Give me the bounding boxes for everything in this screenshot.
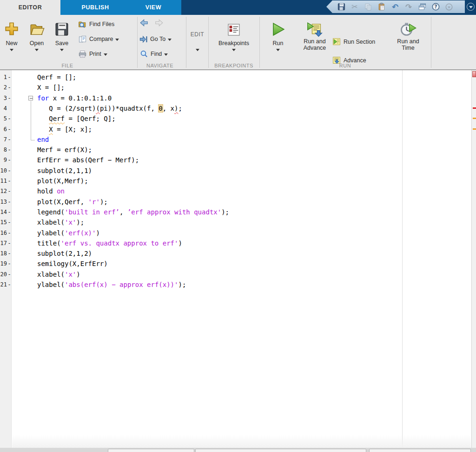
message-indicator-box[interactable] — [472, 71, 476, 77]
code-token: ylabel( — [37, 281, 65, 288]
print-dropdown-arrow[interactable] — [104, 53, 107, 56]
string-token: 'r' — [88, 198, 100, 206]
code-line[interactable]: Qerf = []; — [0, 72, 466, 82]
code-token: xlabel( — [37, 219, 65, 226]
breakpoints-button[interactable]: Breakpoints — [218, 17, 250, 62]
help-icon[interactable]: ? — [431, 2, 440, 12]
save-button[interactable]: Save — [49, 17, 74, 62]
code-token: ); — [76, 219, 84, 226]
paste-icon[interactable] — [377, 2, 386, 12]
code-line[interactable]: subplot(2,1,1) — [0, 166, 466, 176]
code-token: = [Qerf; Q]; — [65, 115, 116, 122]
code-token: xlabel( — [37, 271, 65, 278]
edit-section-button[interactable]: EDIT — [186, 15, 208, 67]
fold-guide-corner — [31, 140, 35, 140]
code-token: ) — [178, 239, 182, 247]
find-button[interactable]: Find — [140, 49, 168, 59]
code-line[interactable]: ErfErr = abs(Qerf − Merf); — [0, 155, 466, 165]
code-fold-toggle-icon[interactable] — [28, 96, 33, 100]
breakpoints-dropdown-arrow[interactable] — [232, 49, 236, 51]
string-token: 'abs(erf(x) − approx erf(x))' — [65, 281, 178, 288]
find-label: Find — [151, 51, 162, 57]
breakpoints-label: Breakpoints — [218, 40, 249, 47]
open-dropdown-arrow[interactable] — [35, 49, 39, 51]
code-line[interactable]: ylabel('abs(erf(x) − approx erf(x))'); — [0, 279, 466, 290]
code-token: ErfErr = abs(Qerf − Merf); — [37, 156, 139, 164]
code-line[interactable]: plot(X,Merf); — [0, 176, 466, 186]
forward-button[interactable] — [154, 18, 164, 29]
code-line[interactable]: hold on — [0, 186, 466, 196]
run-and-advance-button[interactable]: Run and Advance — [300, 17, 329, 62]
code-editor[interactable]: 1-2-3-45-6-7-8-9-10-11-12-13-14-15-16-17… — [0, 70, 476, 448]
tab-editor[interactable]: EDITOR — [0, 0, 60, 15]
breakpoints-icon — [226, 17, 241, 37]
save-icon[interactable] — [337, 2, 346, 12]
run-section-button[interactable]: Run Section — [332, 37, 375, 47]
tab-publish[interactable]: PUBLISH — [70, 0, 121, 15]
code-token: plot(X,Merf); — [37, 177, 88, 185]
code-line[interactable]: xlabel('x') — [0, 269, 466, 279]
code-line[interactable]: Q = (2/sqrt)(pi))*quadtx(f, 0, x); — [0, 103, 466, 113]
new-button[interactable]: New — [0, 17, 24, 62]
code-token: hold — [37, 187, 57, 195]
error-mark[interactable] — [473, 107, 476, 109]
code-line[interactable]: for x = 0.1:0.1:1.0 — [0, 93, 466, 103]
warning-mark[interactable] — [473, 118, 476, 119]
open-button[interactable]: Open — [24, 17, 49, 62]
undo-icon[interactable]: ↶ — [390, 2, 400, 12]
warning-mark[interactable] — [473, 128, 476, 130]
redo-icon[interactable]: ↷ — [404, 2, 413, 12]
code-line[interactable]: X = [X; x]; — [0, 124, 466, 134]
windows-icon[interactable] — [417, 2, 427, 12]
goto-button[interactable]: Go To — [139, 34, 172, 44]
save-floppy-icon — [54, 17, 70, 37]
tab-view[interactable]: VIEW — [132, 0, 174, 15]
run-and-advance-label-1: Run and — [304, 38, 325, 45]
new-dropdown-arrow[interactable] — [10, 49, 13, 51]
code-token — [37, 126, 49, 133]
find-dropdown-arrow[interactable] — [164, 53, 168, 56]
code-area[interactable]: Qerf = [];X = [];for x = 0.1:0.1:1.0 Q =… — [0, 70, 471, 448]
file-section-label: FILE — [33, 63, 102, 69]
print-button[interactable]: Print — [78, 49, 107, 59]
compare-dropdown-arrow[interactable] — [115, 39, 119, 41]
code-line[interactable]: xlabel('x'); — [0, 217, 466, 227]
edit-dropdown-arrow[interactable] — [196, 49, 199, 51]
code-line[interactable]: ylabel('erf(x)') — [0, 228, 466, 238]
compare-button[interactable]: Compare — [78, 34, 119, 44]
open-folder-icon — [28, 17, 45, 37]
code-line[interactable]: X = []; — [0, 82, 466, 93]
code-token: Merf = erf(X); — [37, 146, 92, 153]
code-token: , x — [163, 105, 174, 112]
code-line[interactable]: title('erf vs. quadtx approx to erf') — [0, 238, 466, 248]
goto-dropdown-arrow[interactable] — [168, 39, 172, 41]
string-token: on — [57, 187, 65, 195]
code-line[interactable]: plot(X,Qerf, 'r'); — [0, 197, 466, 207]
back-button[interactable] — [139, 18, 149, 29]
window-dropdown-icon[interactable] — [467, 3, 475, 11]
run-section-label: RUN — [259, 63, 431, 69]
dropdown-icon[interactable] — [444, 2, 454, 12]
copy-icon[interactable] — [364, 2, 373, 12]
save-dropdown-arrow[interactable] — [60, 49, 64, 51]
run-button[interactable]: Run — [265, 17, 291, 62]
run-dropdown-arrow[interactable] — [276, 49, 280, 51]
message-annotation-bar[interactable] — [471, 70, 476, 448]
forward-arrow-icon — [154, 18, 164, 27]
section-divider — [431, 17, 431, 68]
code-line[interactable]: semilogy(X,ErfErr) — [0, 259, 466, 269]
keyword-token: end — [37, 136, 49, 143]
code-token: subplot(2,1,1) — [37, 167, 92, 174]
code-line[interactable]: legend('built in erf’, ’erf approx with … — [0, 207, 466, 217]
code-token: = [X; x]; — [53, 126, 92, 133]
code-line[interactable]: end — [0, 134, 466, 145]
code-line[interactable]: Merf = erf(X); — [0, 145, 466, 155]
code-token: X = []; — [37, 84, 65, 91]
code-line[interactable]: Qerf = [Qerf; Q]; — [0, 113, 466, 124]
find-files-button[interactable]: Find Files — [78, 20, 114, 29]
code-token: plot(X,Qerf, — [37, 198, 88, 206]
code-token — [37, 115, 49, 122]
code-line[interactable]: subplot(2,1,2) — [0, 248, 466, 259]
run-and-time-button[interactable]: Run and Time — [394, 17, 422, 62]
cut-icon[interactable]: ✂ — [350, 2, 359, 12]
